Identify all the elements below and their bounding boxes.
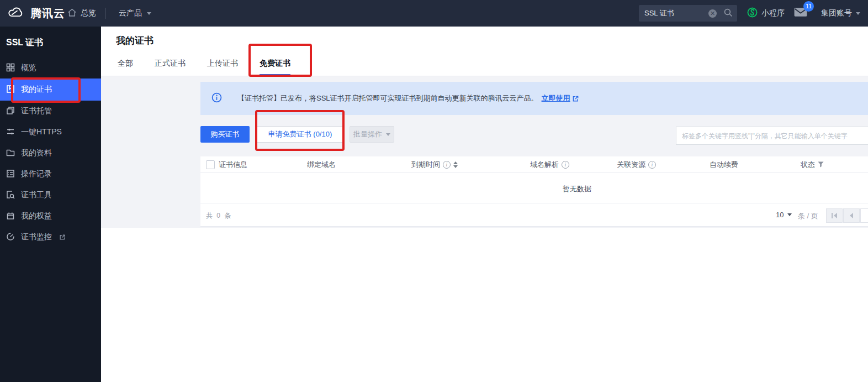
sort-icon[interactable] xyxy=(453,161,458,168)
chevron-down-icon xyxy=(147,12,151,15)
sidebar-item-label: 我的证书 xyxy=(21,85,52,95)
column-bound-domain: 绑定域名 xyxy=(307,156,336,173)
monitor-gauge-icon xyxy=(6,232,15,243)
info-banner: 【证书托管】已发布，将SSL证书开启托管即可实现证书到期前自动更新关联的腾讯云云… xyxy=(200,82,868,115)
sidebar-item-cert-hosting[interactable]: 证书托管 xyxy=(0,101,101,122)
previous-page-button[interactable] xyxy=(843,208,860,223)
home-icon xyxy=(67,8,77,19)
miniprogram-label: 小程序 xyxy=(761,8,785,18)
select-all-checkbox[interactable] xyxy=(206,160,215,169)
chevron-down-icon xyxy=(386,133,390,136)
miniprogram-entry[interactable]: 小程序 xyxy=(747,0,785,27)
miniprogram-icon xyxy=(747,7,758,19)
banner-message: 【证书托管】已发布，将SSL证书开启托管即可实现证书到期前自动更新关联的腾讯云云… xyxy=(237,93,538,103)
sidebar-item-label: 概览 xyxy=(21,63,36,73)
sidebar-item-cert-monitor[interactable]: 证书监控 xyxy=(0,227,101,248)
sidebar-item-cert-tools[interactable]: 证书工具 xyxy=(0,185,101,206)
column-auto-renewal: 自动续费 xyxy=(710,156,738,173)
column-domain-resolution: 域名解析 i xyxy=(530,156,569,173)
external-link-icon xyxy=(572,95,579,102)
page-size-value: 10 xyxy=(776,211,784,219)
tag-filter-input[interactable] xyxy=(676,127,868,145)
info-icon xyxy=(211,92,222,105)
sidebar-item-my-profile[interactable]: 我的资料 xyxy=(0,143,101,164)
nav-products-dropdown[interactable]: 云产品 xyxy=(119,0,151,27)
nav-products-label: 云产品 xyxy=(119,8,142,18)
tools-icon xyxy=(6,190,15,201)
sidebar-item-one-click-https[interactable]: 一键HTTPS xyxy=(0,122,101,143)
brand-name: 腾讯云 xyxy=(30,6,65,21)
tab-all[interactable]: 全部 xyxy=(118,59,133,76)
tab-uploaded-certificates[interactable]: 上传证书 xyxy=(207,59,238,76)
message-count-badge: 11 xyxy=(803,1,814,12)
tencent-cloud-console: 腾讯云 总览 云产品 ✕ xyxy=(0,0,868,382)
batch-operation-label: 批量操作 xyxy=(353,129,382,139)
per-page-label: 条 / 页 xyxy=(798,211,818,221)
top-nav-divider xyxy=(105,8,106,19)
grid-icon xyxy=(6,63,15,74)
info-icon[interactable]: i xyxy=(648,161,656,169)
clear-search-icon[interactable]: ✕ xyxy=(708,9,717,18)
records-icon xyxy=(6,169,15,180)
nav-overview[interactable]: 总览 xyxy=(67,0,96,27)
search-icon[interactable] xyxy=(723,8,733,19)
chevron-down-icon xyxy=(856,12,860,15)
page-header: 我的证书 全部 正式证书 上传证书 免费证书 xyxy=(101,27,868,76)
sidebar-item-label: 证书工具 xyxy=(21,190,52,200)
tab-free-certificates[interactable]: 免费证书 xyxy=(260,59,290,76)
nav-overview-label: 总览 xyxy=(81,8,96,18)
column-cert-info: 证书信息 xyxy=(219,156,247,173)
sidebar-item-label: 证书托管 xyxy=(21,106,52,116)
sidebar-item-label: 操作记录 xyxy=(21,169,52,179)
filter-funnel-icon[interactable] xyxy=(818,161,824,169)
account-menu[interactable]: 集团账号 xyxy=(821,0,860,27)
account-label: 集团账号 xyxy=(821,8,852,18)
certificate-icon xyxy=(6,85,15,95)
sidebar-item-operation-log[interactable]: 操作记录 xyxy=(0,164,101,185)
column-status: 状态 xyxy=(801,156,824,173)
column-expiry-time: 到期时间 i xyxy=(411,156,458,173)
sidebar-item-overview[interactable]: 概览 xyxy=(0,57,101,79)
page-title: 我的证书 xyxy=(116,34,154,47)
external-link-icon xyxy=(59,234,66,240)
hosting-icon xyxy=(6,106,15,117)
sidebar-item-label: 我的权益 xyxy=(21,211,52,221)
sidebar-item-my-benefits[interactable]: 我的权益 xyxy=(0,206,101,227)
messages-entry[interactable]: 11 xyxy=(794,0,807,27)
info-icon[interactable]: i xyxy=(562,161,569,169)
sliders-icon xyxy=(6,127,15,138)
empty-state-text: 暂无数据 xyxy=(563,184,591,194)
benefits-icon xyxy=(6,211,15,222)
folder-icon xyxy=(6,148,15,159)
batch-operation-button[interactable]: 批量操作 xyxy=(350,126,394,143)
first-page-button[interactable] xyxy=(826,208,843,223)
table-header-row: 证书信息 绑定域名 到期时间 i 域名解析 i 关联资源 i 自动续费 xyxy=(200,156,868,173)
global-search-input[interactable] xyxy=(644,9,708,18)
sidebar-item-label: 一键HTTPS xyxy=(21,127,62,137)
sidebar-item-label: 我的资料 xyxy=(21,148,52,158)
sidebar-item-my-certificates[interactable]: 我的证书 xyxy=(0,79,101,101)
sidebar-title: SSL 证书 xyxy=(0,27,101,49)
apply-free-certificate-button[interactable]: 申请免费证书 (0/10) xyxy=(256,126,344,143)
page-size-select[interactable]: 10 xyxy=(776,211,792,219)
tab-paid-certificates[interactable]: 正式证书 xyxy=(155,59,186,76)
pagination-bar: 共 0 条 10 条 / 页 xyxy=(200,203,868,227)
top-navigation-bar: 腾讯云 总览 云产品 ✕ xyxy=(0,0,868,27)
sidebar: SSL 证书 概览 我的证书 xyxy=(0,27,101,382)
chevron-down-icon xyxy=(787,213,792,216)
global-search-box: ✕ xyxy=(639,5,737,22)
tab-bar: 全部 正式证书 上传证书 免费证书 xyxy=(118,59,312,76)
brand-logo[interactable]: 腾讯云 xyxy=(7,0,65,27)
total-count-text: 共 0 条 xyxy=(206,211,232,221)
page-number-input[interactable] xyxy=(860,208,868,223)
sidebar-item-label: 证书监控 xyxy=(21,232,52,242)
tencent-cloud-logo-icon xyxy=(7,6,25,21)
info-icon[interactable]: i xyxy=(443,161,451,169)
column-associated-resources: 关联资源 i xyxy=(617,156,656,173)
banner-use-now-link[interactable]: 立即使用 xyxy=(542,93,570,103)
table-empty-row: 暂无数据 xyxy=(200,173,868,203)
certificates-table: 证书信息 绑定域名 到期时间 i 域名解析 i 关联资源 i 自动续费 xyxy=(200,156,868,227)
buy-certificate-button[interactable]: 购买证书 xyxy=(200,126,250,143)
